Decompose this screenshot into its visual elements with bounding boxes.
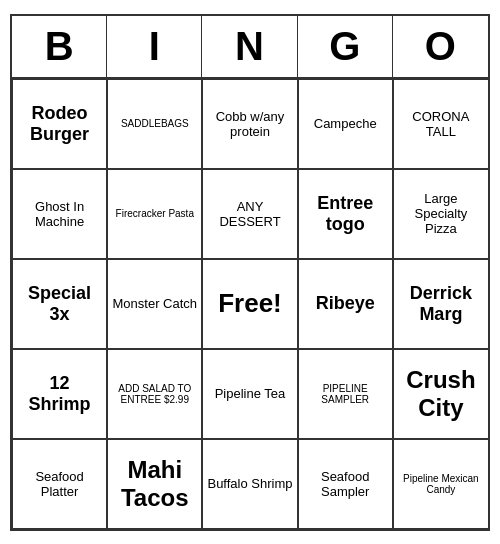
cell-r1-c1[interactable]: Firecracker Pasta (107, 169, 202, 259)
cell-r0-c3[interactable]: Campeche (298, 79, 393, 169)
cell-text: Special 3x (17, 283, 102, 325)
cell-text: Buffalo Shrimp (207, 476, 292, 491)
cell-r3-c1[interactable]: ADD SALAD TO ENTREE $2.99 (107, 349, 202, 439)
cell-r3-c4[interactable]: Crush City (393, 349, 488, 439)
cell-r0-c1[interactable]: SADDLEBAGS (107, 79, 202, 169)
cell-text: Crush City (398, 366, 484, 422)
cell-text: Ghost In Machine (17, 199, 102, 229)
cell-text: Ribeye (316, 293, 375, 314)
cell-text: Large Specialty Pizza (398, 191, 484, 236)
bingo-card: BINGO Rodeo BurgerSADDLEBAGSCobb w/any p… (10, 14, 490, 531)
cell-text: Entree togo (303, 193, 388, 235)
cell-r2-c2[interactable]: Free! (202, 259, 297, 349)
cell-text: PIPELINE SAMPLER (303, 383, 388, 405)
cell-r2-c3[interactable]: Ribeye (298, 259, 393, 349)
cell-text: SADDLEBAGS (121, 118, 189, 129)
cell-r2-c1[interactable]: Monster Catch (107, 259, 202, 349)
cell-text: Seafood Platter (17, 469, 102, 499)
cell-r1-c3[interactable]: Entree togo (298, 169, 393, 259)
bingo-header: BINGO (12, 16, 488, 79)
header-letter: O (393, 16, 488, 77)
cell-r2-c0[interactable]: Special 3x (12, 259, 107, 349)
bingo-grid: Rodeo BurgerSADDLEBAGSCobb w/any protein… (12, 79, 488, 529)
cell-r1-c0[interactable]: Ghost In Machine (12, 169, 107, 259)
cell-text: Derrick Marg (398, 283, 484, 325)
cell-r1-c4[interactable]: Large Specialty Pizza (393, 169, 488, 259)
cell-text: Monster Catch (113, 296, 198, 311)
cell-r4-c3[interactable]: Seafood Sampler (298, 439, 393, 529)
cell-text: Pipeline Tea (215, 386, 286, 401)
cell-r0-c2[interactable]: Cobb w/any protein (202, 79, 297, 169)
cell-text: Pipeline Mexican Candy (398, 473, 484, 495)
cell-text: Free! (218, 288, 282, 319)
cell-text: 12 Shrimp (17, 373, 102, 415)
cell-text: Seafood Sampler (303, 469, 388, 499)
cell-r3-c2[interactable]: Pipeline Tea (202, 349, 297, 439)
cell-r4-c4[interactable]: Pipeline Mexican Candy (393, 439, 488, 529)
cell-r1-c2[interactable]: ANY DESSERT (202, 169, 297, 259)
cell-r0-c4[interactable]: CORONA TALL (393, 79, 488, 169)
cell-r4-c0[interactable]: Seafood Platter (12, 439, 107, 529)
header-letter: I (107, 16, 202, 77)
cell-text: Rodeo Burger (17, 103, 102, 145)
header-letter: N (202, 16, 297, 77)
cell-text: Campeche (314, 116, 377, 131)
cell-r4-c2[interactable]: Buffalo Shrimp (202, 439, 297, 529)
header-letter: G (298, 16, 393, 77)
cell-r4-c1[interactable]: Mahi Tacos (107, 439, 202, 529)
cell-text: Firecracker Pasta (116, 208, 194, 219)
cell-text: Cobb w/any protein (207, 109, 292, 139)
cell-text: ANY DESSERT (207, 199, 292, 229)
cell-r0-c0[interactable]: Rodeo Burger (12, 79, 107, 169)
cell-r3-c3[interactable]: PIPELINE SAMPLER (298, 349, 393, 439)
header-letter: B (12, 16, 107, 77)
cell-r2-c4[interactable]: Derrick Marg (393, 259, 488, 349)
cell-r3-c0[interactable]: 12 Shrimp (12, 349, 107, 439)
cell-text: Mahi Tacos (112, 456, 197, 512)
cell-text: ADD SALAD TO ENTREE $2.99 (112, 383, 197, 405)
cell-text: CORONA TALL (398, 109, 484, 139)
